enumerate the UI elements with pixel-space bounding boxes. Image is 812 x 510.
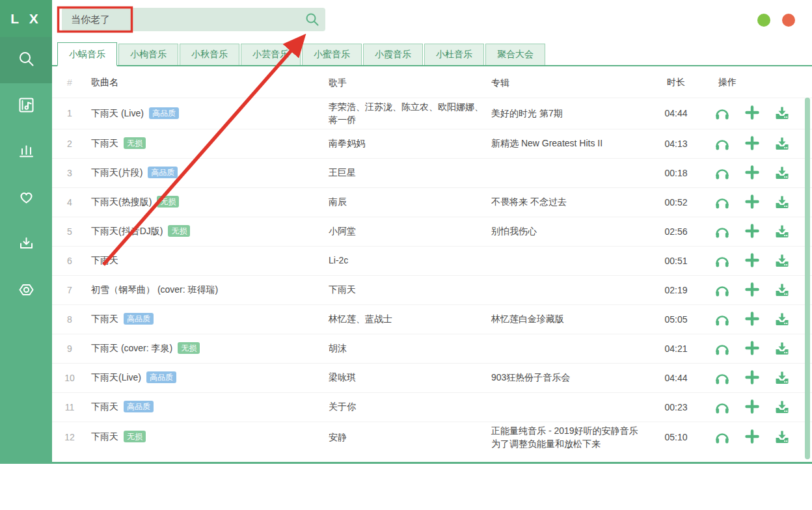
- download-song-button[interactable]: [774, 224, 790, 239]
- song-duration: 00:18: [653, 168, 699, 178]
- headphone-icon: [714, 113, 730, 123]
- close-button[interactable]: [782, 14, 795, 27]
- add-to-list-button[interactable]: [744, 253, 760, 269]
- sidebar-item-leaderboard[interactable]: [0, 129, 52, 176]
- song-duration: 04:44: [653, 373, 699, 383]
- tab-source-1[interactable]: 小枸音乐: [118, 44, 178, 65]
- artist-name: 林忆莲、蓝战士: [325, 312, 487, 325]
- download-song-button[interactable]: [774, 282, 790, 298]
- download-song-button[interactable]: [774, 399, 790, 415]
- add-to-list-button[interactable]: [744, 224, 760, 239]
- table-row[interactable]: 10 下雨天(Live)高品质 梁咏琪 903狂热份子音乐会 04:44: [52, 363, 812, 392]
- tab-source-6[interactable]: 小杜音乐: [424, 44, 484, 65]
- add-to-list-button[interactable]: [744, 312, 760, 327]
- song-duration: 04:13: [653, 139, 699, 149]
- row-index: 1: [52, 108, 87, 118]
- add-to-list-button[interactable]: [744, 105, 760, 121]
- table-row[interactable]: 7 初雪（钢琴曲） (cover: 班得瑞) 下雨天 02:19: [52, 275, 812, 304]
- tab-source-4[interactable]: 小蜜音乐: [302, 44, 362, 65]
- headphone-icon: [714, 319, 730, 329]
- quality-badge: 高品质: [149, 107, 179, 119]
- tab-label: 小蜜音乐: [314, 49, 350, 59]
- table-row[interactable]: 4 下雨天(热搜版)无损 南辰 不畏将来 不念过去 00:52: [52, 187, 812, 217]
- play-listen-button[interactable]: [714, 136, 730, 152]
- table-row[interactable]: 3 下雨天(片段)高品质 王巨星 00:18: [52, 158, 812, 187]
- play-listen-button[interactable]: [714, 341, 730, 356]
- download-song-button[interactable]: [774, 312, 790, 327]
- download-icon: [774, 173, 790, 183]
- table-row[interactable]: 1 下雨天 (Live)高品质 李荣浩、汪苏泷、陈立农、欧阳娜娜、蒋一侨 美好的…: [52, 98, 812, 129]
- sidebar-item-downloads[interactable]: [0, 222, 52, 268]
- plus-icon: [745, 230, 759, 240]
- play-listen-button[interactable]: [714, 224, 730, 239]
- download-song-button[interactable]: [774, 370, 790, 386]
- row-index: 10: [52, 373, 87, 383]
- play-listen-button[interactable]: [714, 282, 730, 298]
- play-listen-button[interactable]: [714, 165, 730, 181]
- row-index: 6: [52, 256, 87, 266]
- add-to-list-button[interactable]: [744, 370, 760, 386]
- table-row[interactable]: 5 下雨天(抖音DJ版)无损 小阿堂 别怕我伤心 02:56: [52, 217, 812, 246]
- tab-source-5[interactable]: 小霞音乐: [363, 44, 423, 65]
- tab-source-0[interactable]: 小蜗音乐: [57, 42, 117, 66]
- search-input[interactable]: [62, 8, 296, 31]
- song-name: 下雨天(抖音DJ版): [91, 226, 163, 236]
- bar-chart-icon: [18, 142, 35, 163]
- tab-source-7[interactable]: 聚合大会: [485, 44, 545, 65]
- quality-badge: 高品质: [146, 371, 176, 383]
- table-row[interactable]: 11 下雨天高品质 关于你 00:23: [52, 392, 812, 422]
- headphone-icon: [714, 173, 730, 183]
- quality-badge: 高品质: [124, 401, 154, 412]
- download-song-button[interactable]: [774, 341, 790, 356]
- tab-label: 小蜗音乐: [69, 49, 105, 59]
- song-table-body: 1 下雨天 (Live)高品质 李荣浩、汪苏泷、陈立农、欧阳娜娜、蒋一侨 美好的…: [52, 98, 812, 452]
- song-name: 下雨天(热搜版): [91, 196, 152, 207]
- table-row[interactable]: 8 下雨天高品质 林忆莲、蓝战士 林忆莲白金珍藏版 05:05: [52, 304, 812, 334]
- app-logo: L X: [0, 0, 52, 37]
- table-scrollbar-thumb[interactable]: [805, 98, 810, 459]
- download-song-button[interactable]: [774, 136, 790, 152]
- play-listen-button[interactable]: [714, 429, 730, 445]
- add-to-list-button[interactable]: [744, 136, 760, 152]
- download-song-button[interactable]: [774, 165, 790, 181]
- play-listen-button[interactable]: [714, 105, 730, 121]
- song-duration: 05:05: [653, 314, 699, 325]
- table-row[interactable]: 6 下雨天 Li-2c 00:51: [52, 246, 812, 275]
- play-listen-button[interactable]: [714, 253, 730, 269]
- download-icon: [774, 378, 790, 388]
- play-listen-button[interactable]: [714, 399, 730, 415]
- sidebar-item-settings[interactable]: [0, 268, 52, 314]
- download-song-button[interactable]: [774, 105, 790, 121]
- add-to-list-button[interactable]: [744, 195, 760, 210]
- sidebar-item-search[interactable]: [0, 37, 52, 83]
- quality-badge: 高品质: [124, 313, 154, 325]
- add-to-list-button[interactable]: [744, 282, 760, 298]
- download-song-button[interactable]: [774, 195, 790, 210]
- add-to-list-button[interactable]: [744, 429, 760, 445]
- tab-source-2[interactable]: 小秋音乐: [180, 44, 239, 65]
- song-duration: 02:56: [653, 226, 699, 237]
- table-row[interactable]: 9 下雨天 (cover: 李泉)无损 胡沫 04:21: [52, 334, 812, 363]
- headphone-icon: [714, 202, 730, 212]
- play-listen-button[interactable]: [714, 370, 730, 386]
- table-row[interactable]: 2 下雨天无损 南拳妈妈 新精选 New Greatest Hits II 04…: [52, 129, 812, 158]
- add-to-list-button[interactable]: [744, 399, 760, 415]
- play-listen-button[interactable]: [714, 312, 730, 327]
- table-row[interactable]: 12 下雨天无损 安静 正能量纯音乐 - 2019好听的安静音乐为了调整负能量和…: [52, 422, 812, 453]
- tab-source-3[interactable]: 小芸音乐: [241, 44, 301, 65]
- download-icon: [18, 235, 35, 255]
- song-name: 下雨天 (cover: 李泉): [91, 343, 172, 353]
- sidebar-item-songlist[interactable]: [0, 83, 52, 129]
- play-listen-button[interactable]: [714, 195, 730, 210]
- minimize-button[interactable]: [757, 14, 770, 27]
- headphone-icon: [714, 144, 730, 154]
- search-button[interactable]: [303, 11, 321, 29]
- sidebar-item-favorites[interactable]: [0, 176, 52, 222]
- download-icon: [774, 290, 790, 300]
- row-index: 4: [52, 197, 87, 208]
- download-song-button[interactable]: [774, 429, 790, 445]
- add-to-list-button[interactable]: [744, 165, 760, 181]
- add-to-list-button[interactable]: [744, 341, 760, 356]
- tab-label: 小秋音乐: [191, 49, 228, 59]
- download-song-button[interactable]: [774, 253, 790, 269]
